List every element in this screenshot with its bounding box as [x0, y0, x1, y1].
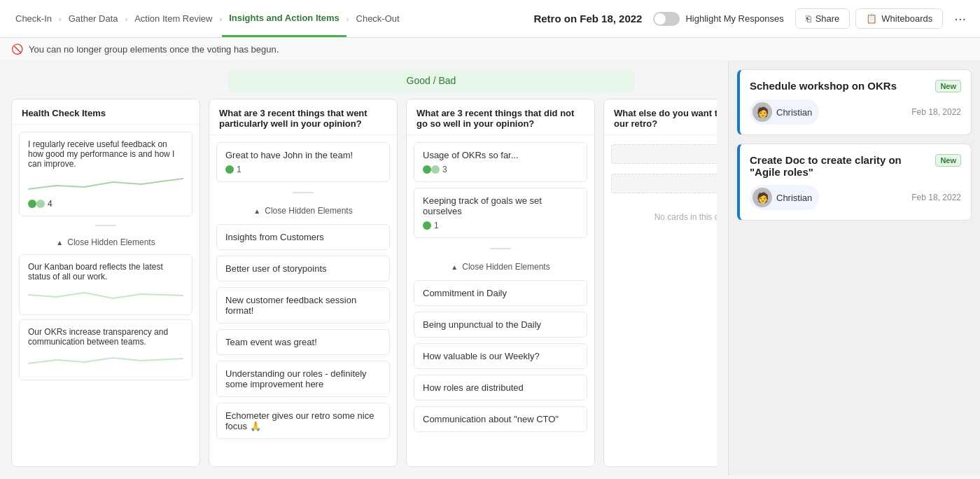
good-bad-banner: Good / Bad	[228, 69, 634, 92]
close-hidden-label-health: Close Hidden Elements	[67, 237, 155, 247]
not-well-header: What are 3 recent things that did not go…	[407, 99, 594, 135]
what-else-input-2	[611, 174, 717, 193]
not-well-body: Usage of OKRs so far... 3 Keeping track …	[407, 135, 594, 466]
action-card-1-date: Feb 18, 2022	[911, 107, 961, 117]
highlight-toggle[interactable]	[653, 12, 680, 26]
went-well-card-top-1-votes: 1	[225, 165, 381, 174]
not-well-column: What are 3 recent things that did not go…	[406, 99, 595, 467]
nav-step-insights[interactable]: Insights and Action Items	[222, 0, 346, 37]
close-hidden-btn-not-well[interactable]: ▲ Close Hidden Elements	[414, 259, 587, 275]
action-card-2-badge: New	[935, 154, 961, 167]
nav-step-action-item-review[interactable]: Action Item Review	[127, 0, 219, 37]
vote-count-b: 1	[434, 221, 439, 230]
nav-step-check-in-label: Check-In	[15, 13, 52, 24]
chevron-up-icon: ▲	[56, 239, 63, 247]
vote-count-a: 3	[442, 165, 447, 174]
divider-1	[95, 225, 116, 226]
highlight-toggle-wrap: Highlight My Responses	[653, 12, 783, 26]
not-well-card-top-1-text: Usage of OKRs so far...	[423, 150, 519, 160]
not-well-card-2-text: Being unpunctual to the Daily	[423, 319, 541, 330]
action-card-2[interactable]: Create Doc to create clarity on "Agile r…	[737, 144, 972, 221]
went-well-card-3[interactable]: New customer feedback session format!	[216, 287, 390, 324]
health-card-1-votes: 4	[28, 199, 183, 209]
divider-not-well	[490, 248, 511, 249]
not-well-card-top-2[interactable]: Keeping track of goals we set ourselves …	[414, 188, 587, 238]
action-card-2-title: Create Doc to create clarity on "Agile r…	[750, 154, 930, 178]
health-card-2[interactable]: Our Kanban board reflects the latest sta…	[19, 254, 192, 315]
avatar-2-emoji: 🧑	[757, 192, 769, 203]
not-well-card-2[interactable]: Being unpunctual to the Daily	[414, 312, 587, 338]
went-well-header: What are 3 recent things that went parti…	[209, 99, 397, 135]
vote-count: 1	[237, 165, 241, 174]
went-well-card-top-1-text: Great to have John in the team!	[225, 150, 353, 160]
health-chart-1	[28, 172, 183, 193]
columns-area: Good / Bad Health Check Items I regularl…	[0, 61, 728, 475]
went-well-card-6[interactable]: Echometer gives our retro some nice focu…	[216, 403, 390, 439]
chevron-up-icon-2: ▲	[253, 207, 260, 215]
not-well-card-3[interactable]: How valuable is our Weekly?	[414, 343, 587, 369]
action-card-1[interactable]: Schedule workshop on OKRs New 🧑 Christia…	[737, 69, 972, 135]
close-hidden-label-went-well: Close Hidden Elements	[265, 206, 352, 216]
right-panel: Schedule workshop on OKRs New 🧑 Christia…	[728, 61, 980, 475]
action-card-1-assignee-name: Christian	[776, 107, 812, 118]
went-well-card-5[interactable]: Understanding our roles - definitely som…	[216, 361, 390, 397]
what-else-header: What else do you want to address in our …	[604, 99, 717, 135]
vote-dot-green	[28, 200, 36, 208]
not-well-card-1-text: Commitment in Daily	[423, 288, 507, 298]
went-well-column: What are 3 recent things that went parti…	[209, 99, 398, 467]
action-card-2-assignee-name: Christian	[776, 193, 812, 203]
nav-step-check-in[interactable]: Check-In	[8, 0, 59, 37]
not-well-card-top-1[interactable]: Usage of OKRs so far... 3	[414, 142, 587, 182]
not-well-card-top-2-votes: 1	[423, 221, 578, 230]
action-card-2-header: Create Doc to create clarity on "Agile r…	[750, 154, 961, 178]
what-else-input-1	[611, 144, 717, 164]
health-check-body: I regularly receive useful feedback on h…	[12, 125, 200, 387]
went-well-card-top-1[interactable]: Great to have John in the team! 1	[216, 142, 390, 182]
health-chart-3	[28, 349, 183, 370]
share-icon: ⎗	[806, 13, 811, 24]
health-card-1[interactable]: I regularly receive useful feedback on h…	[19, 132, 192, 216]
whiteboard-icon: 📋	[866, 13, 877, 24]
not-well-card-4-text: How roles are distributed	[423, 382, 524, 393]
nav-step-check-out-label: Check-Out	[356, 13, 400, 24]
nav-step-insights-label: Insights and Action Items	[229, 13, 340, 23]
vote-dot-b	[431, 165, 440, 174]
not-well-card-1[interactable]: Commitment in Daily	[414, 280, 587, 306]
health-card-3[interactable]: Our OKRs increase transparency and commu…	[19, 319, 192, 380]
nav-step-check-out[interactable]: Check-Out	[349, 0, 407, 37]
not-well-card-4[interactable]: How roles are distributed	[414, 375, 587, 401]
chevron-up-icon-3: ▲	[451, 263, 458, 271]
action-card-1-title: Schedule workshop on OKRs	[750, 80, 930, 92]
action-card-1-assignee: 🧑 Christian	[750, 99, 819, 125]
not-well-card-3-text: How valuable is our Weekly?	[423, 351, 540, 361]
close-hidden-label-not-well: Close Hidden Elements	[462, 262, 550, 272]
avatar-1: 🧑	[752, 102, 772, 122]
share-button[interactable]: ⎗ Share	[795, 8, 850, 29]
whiteboard-button[interactable]: 📋 Whiteboards	[855, 8, 943, 29]
nav-step-action-item-review-label: Action Item Review	[134, 13, 212, 24]
went-well-card-2[interactable]: Better user of storypoints	[216, 256, 390, 282]
warning-icon: 🚫	[11, 43, 23, 55]
action-card-2-footer: 🧑 Christian Feb 18, 2022	[750, 185, 961, 210]
health-card-2-text: Our Kanban board reflects the latest sta…	[28, 262, 163, 282]
warning-bar: 🚫 You can no longer group elements once …	[0, 38, 980, 61]
health-check-column: Health Check Items I regularly receive u…	[11, 99, 200, 467]
top-navigation: Check-In › Gather Data › Action Item Rev…	[0, 0, 980, 38]
close-hidden-btn-health[interactable]: ▲ Close Hidden Elements	[19, 235, 192, 250]
vote-dot-a	[423, 165, 431, 174]
went-well-card-5-text: Understanding our roles - definitely som…	[225, 368, 367, 389]
went-well-body: Great to have John in the team! 1 ▲ Clos…	[209, 135, 397, 466]
what-else-column: What else do you want to address in our …	[603, 99, 717, 467]
went-well-card-6-text: Echometer gives our retro some nice focu…	[225, 410, 374, 431]
more-options-button[interactable]: ···	[948, 8, 972, 29]
went-well-card-1[interactable]: Insights from Customers	[216, 224, 390, 250]
columns-row: Health Check Items I regularly receive u…	[11, 99, 717, 467]
what-else-body: No cards in this column	[604, 135, 717, 466]
whiteboard-label: Whiteboards	[881, 13, 932, 24]
nav-step-gather-data[interactable]: Gather Data	[62, 0, 125, 37]
share-label: Share	[816, 13, 840, 24]
close-hidden-btn-went-well[interactable]: ▲ Close Hidden Elements	[216, 203, 390, 218]
health-card-3-text: Our OKRs increase transparency and commu…	[28, 327, 168, 347]
not-well-card-5[interactable]: Communication about "new CTO"	[414, 406, 587, 432]
went-well-card-4[interactable]: Team event was great!	[216, 329, 390, 355]
